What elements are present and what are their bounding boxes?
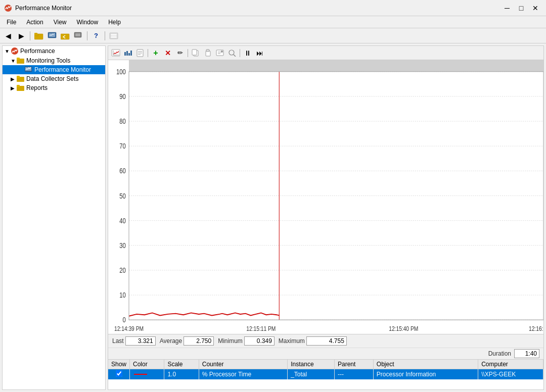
perf-icon — [11, 47, 19, 55]
folder-reports-icon — [17, 84, 25, 91]
folder-monitoring-icon — [17, 57, 25, 64]
title-bar: Performance Monitor ─ □ ✕ — [0, 0, 546, 16]
minimum-value: 0.349 — [244, 336, 275, 346]
counter-table: Show Color Scale Counter Instance Parent… — [108, 360, 543, 379]
remove-counter-button[interactable]: ✕ — [162, 48, 173, 58]
restore-button[interactable]: □ — [515, 3, 528, 13]
highlight-button[interactable]: ✏ — [174, 48, 186, 58]
forward-button[interactable]: ▶ — [15, 30, 27, 41]
menu-help[interactable]: Help — [104, 17, 125, 27]
col-counter: Counter — [199, 360, 287, 369]
right-panel: + ✕ ✏ — [108, 45, 544, 390]
sidebar-label-data-collector-sets: Data Collector Sets — [26, 75, 78, 82]
inner-sep2 — [188, 49, 188, 57]
svg-rect-21 — [17, 85, 20, 87]
pause-button[interactable]: ⏸ — [242, 48, 253, 58]
toolbar-sep2 — [87, 31, 87, 40]
paste-button[interactable] — [202, 48, 213, 58]
menu-bar: File Action View Window Help — [0, 16, 546, 28]
sidebar-item-performance[interactable]: ▼ Performance — [3, 46, 105, 56]
add-counter-button[interactable]: + — [150, 48, 161, 58]
svg-rect-34 — [192, 50, 197, 55]
folder-button[interactable] — [33, 30, 45, 41]
inner-toolbar: + ✕ ✏ — [108, 46, 543, 60]
sidebar-item-monitoring-tools[interactable]: ▼ Monitoring Tools — [3, 56, 105, 65]
sidebar-item-performance-monitor[interactable]: Performance Monitor — [3, 65, 105, 74]
back-folder-btn[interactable] — [59, 30, 71, 41]
svg-rect-35 — [206, 51, 210, 56]
svg-rect-28 — [130, 51, 132, 56]
sidebar-label-monitoring-tools: Monitoring Tools — [26, 57, 70, 64]
svg-text:70: 70 — [119, 142, 126, 150]
back-button[interactable]: ◀ — [2, 30, 14, 41]
stat-maximum: Maximum 4.755 — [279, 336, 347, 346]
duration-value: 1:40 — [514, 349, 539, 358]
scale-cell: 1.0 — [164, 369, 199, 380]
svg-rect-3 — [34, 33, 37, 35]
svg-text:50: 50 — [119, 192, 126, 200]
monitor2-btn[interactable] — [72, 30, 84, 41]
properties-button[interactable] — [214, 48, 225, 58]
duration-row: Duration 1:40 — [108, 348, 543, 359]
sidebar-item-data-collector-sets[interactable]: ▶ Data Collector Sets — [3, 74, 105, 83]
last-value: 3.321 — [125, 336, 156, 346]
svg-line-42 — [234, 55, 236, 57]
parent-cell: --- — [334, 369, 373, 380]
toolbar-sep3 — [105, 31, 105, 40]
svg-text:12:14:39 PM: 12:14:39 PM — [114, 325, 144, 332]
svg-rect-10 — [111, 34, 117, 38]
table-row[interactable]: 1.0% Processor Time_Total---Processor In… — [108, 369, 543, 380]
svg-text:90: 90 — [119, 93, 126, 101]
computer-cell: \\XPS-GEEK — [478, 369, 543, 380]
svg-text:20: 20 — [119, 267, 126, 274]
counter-table-area: Show Color Scale Counter Instance Parent… — [108, 359, 543, 389]
monitor-btn[interactable] — [46, 30, 58, 41]
svg-rect-26 — [126, 51, 128, 56]
stat-last: Last 3.321 — [112, 336, 156, 346]
sidebar: ▼ Performance ▼ Monitoring Tools — [2, 45, 106, 390]
stat-minimum: Minimum 0.349 — [218, 336, 275, 346]
counter-cell: % Processor Time — [199, 369, 287, 380]
show-checkbox[interactable] — [116, 370, 122, 377]
sidebar-item-reports[interactable]: ▶ Reports — [3, 83, 105, 92]
close-button[interactable]: ✕ — [529, 3, 542, 13]
svg-text:12:15:40 PM: 12:15:40 PM — [389, 325, 418, 332]
window-title: Performance Monitor — [15, 5, 500, 12]
copy-button[interactable] — [190, 48, 201, 58]
color-cell — [130, 369, 164, 380]
object-cell: Processor Information — [373, 369, 478, 380]
col-object: Object — [373, 360, 478, 369]
svg-rect-44 — [129, 60, 543, 72]
show-cell[interactable] — [108, 369, 130, 380]
minimize-button[interactable]: ─ — [500, 3, 514, 13]
freeze-button[interactable] — [226, 48, 238, 58]
col-color: Color — [130, 360, 164, 369]
expand-icon-collector: ▶ — [11, 76, 17, 82]
app-icon — [4, 4, 12, 12]
col-scale: Scale — [164, 360, 199, 369]
svg-text:40: 40 — [119, 217, 126, 225]
next-frame-button[interactable]: ⏭ — [254, 48, 265, 58]
graph-view-button[interactable] — [110, 48, 121, 58]
menu-action[interactable]: Action — [22, 17, 48, 27]
svg-point-40 — [221, 51, 223, 53]
svg-text:80: 80 — [119, 118, 126, 125]
col-instance: Instance — [288, 360, 335, 369]
menu-file[interactable]: File — [2, 17, 21, 27]
help-btn[interactable]: ? — [90, 30, 102, 41]
col-parent: Parent — [334, 360, 373, 369]
expand-icon-performance: ▼ — [5, 48, 11, 54]
histogram-button[interactable] — [122, 48, 133, 58]
menu-view[interactable]: View — [49, 17, 71, 27]
menu-window[interactable]: Window — [72, 17, 103, 27]
svg-rect-19 — [17, 76, 20, 78]
svg-text:12:16:17 PM: 12:16:17 PM — [529, 325, 543, 332]
inner-sep3 — [240, 49, 240, 57]
report-button[interactable] — [134, 48, 146, 58]
inner-sep1 — [148, 49, 148, 57]
maximum-value: 4.755 — [306, 336, 347, 346]
folder-collector-icon — [17, 75, 25, 82]
svg-text:10: 10 — [119, 291, 126, 299]
svg-rect-36 — [206, 50, 209, 52]
console-btn[interactable] — [108, 30, 120, 41]
